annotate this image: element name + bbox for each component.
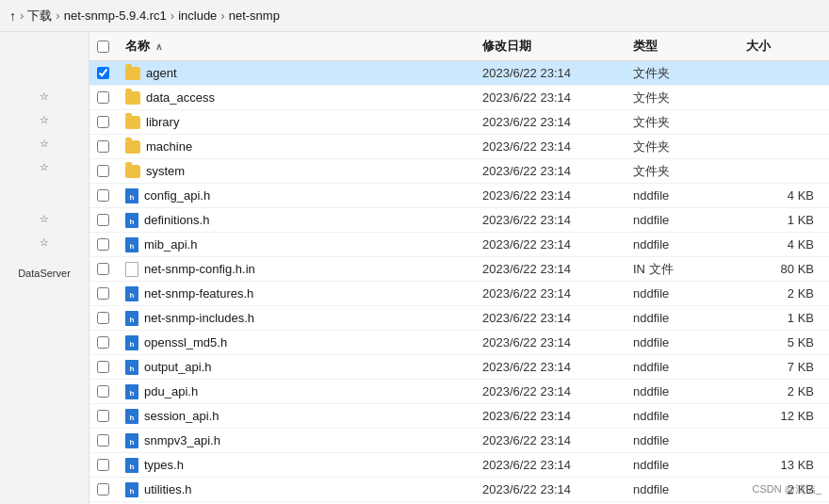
file-size: 2 KB <box>746 286 821 301</box>
pin-icon-1[interactable]: ☆ <box>36 89 53 105</box>
file-name-label: system <box>146 164 185 178</box>
file-name-col: data_access <box>125 90 482 105</box>
row-checkbox[interactable] <box>97 336 109 349</box>
row-checkbox[interactable] <box>97 189 109 202</box>
select-all-checkbox[interactable] <box>97 41 109 53</box>
file-name-col: definitions.h <box>125 213 482 228</box>
file-size: 13 KB <box>746 458 821 472</box>
file-name-label: net-snmp-includes.h <box>144 311 254 325</box>
file-icon-plain <box>125 262 138 277</box>
table-row[interactable]: net-snmp-features.h2023/6/22 23:14nddfil… <box>89 282 829 306</box>
breadcrumb-sep-2: › <box>171 8 174 23</box>
row-checkbox[interactable] <box>97 67 109 79</box>
file-name-label: types.h <box>144 458 184 472</box>
pin-icon-4[interactable]: ☆ <box>36 159 53 175</box>
table-row[interactable]: system2023/6/22 23:14文件夹 <box>89 159 829 184</box>
file-modified: 2023/6/22 23:14 <box>482 139 633 154</box>
row-checkbox[interactable] <box>97 434 109 447</box>
file-icon <box>125 335 138 350</box>
row-checkbox[interactable] <box>97 459 109 471</box>
file-type: 文件夹 <box>633 65 746 82</box>
file-name-col: library <box>125 115 482 129</box>
file-modified: 2023/6/22 23:14 <box>482 433 633 447</box>
file-modified: 2023/6/22 23:14 <box>482 409 633 423</box>
header-checkbox-col[interactable] <box>97 41 125 53</box>
table-row[interactable]: output_api.h2023/6/22 23:14nddfile7 KB <box>89 355 829 380</box>
file-name-col: config_api.h <box>125 188 482 203</box>
header-name[interactable]: 名称 ∧ <box>125 38 482 55</box>
row-checkbox[interactable] <box>97 140 109 153</box>
file-type: 文件夹 <box>633 163 746 180</box>
breadcrumb: ↑ › 下载 › net-snmp-5.9.4.rc1 › include › … <box>0 0 829 32</box>
file-name-label: definitions.h <box>144 213 209 227</box>
pin-icon-3[interactable]: ☆ <box>36 136 53 152</box>
file-modified: 2023/6/22 23:14 <box>482 311 633 325</box>
file-name-col: mib_api.h <box>125 237 482 252</box>
file-size: 80 KB <box>746 262 821 276</box>
breadcrumb-up[interactable]: ↑ <box>9 8 16 24</box>
table-row[interactable]: utilities.h2023/6/22 23:14nddfile2 KB <box>89 478 829 502</box>
row-checkbox[interactable] <box>97 116 109 128</box>
table-header: 名称 ∧ 修改日期 类型 大小 <box>89 32 829 61</box>
file-size: 4 KB <box>746 188 821 203</box>
row-checkbox[interactable] <box>97 385 109 398</box>
file-type: 文件夹 <box>633 114 746 131</box>
table-row[interactable]: machine2023/6/22 23:14文件夹 <box>89 135 829 159</box>
table-row[interactable]: net-snmp-config.h.in2023/6/22 23:14IN 文件… <box>89 257 829 282</box>
header-type[interactable]: 类型 <box>633 38 746 55</box>
file-size: 4 KB <box>746 237 821 252</box>
header-modified[interactable]: 修改日期 <box>482 38 633 55</box>
file-type: nddfile <box>633 360 746 374</box>
table-row[interactable]: pdu_api.h2023/6/22 23:14nddfile2 KB <box>89 380 829 404</box>
row-checkbox[interactable] <box>97 91 109 104</box>
file-type: nddfile <box>633 286 746 301</box>
file-modified: 2023/6/22 23:14 <box>482 90 633 105</box>
file-name-col: machine <box>125 139 482 154</box>
row-checkbox[interactable] <box>97 361 109 373</box>
file-type: nddfile <box>633 237 746 252</box>
file-icon <box>125 213 138 228</box>
file-name-label: utilities.h <box>144 482 192 496</box>
row-checkbox[interactable] <box>97 410 109 422</box>
pin-icon-5[interactable]: ☆ <box>36 211 53 227</box>
table-row[interactable]: library2023/6/22 23:14文件夹 <box>89 110 829 135</box>
file-name-label: net-snmp-config.h.in <box>144 262 255 276</box>
table-row[interactable]: types.h2023/6/22 23:14nddfile13 KB <box>89 453 829 478</box>
table-row[interactable]: session_api.h2023/6/22 23:14nddfile12 KB <box>89 404 829 429</box>
row-checkbox[interactable] <box>97 312 109 324</box>
table-row[interactable]: definitions.h2023/6/22 23:14nddfile1 KB <box>89 208 829 233</box>
table-row[interactable]: mib_api.h2023/6/22 23:14nddfile4 KB <box>89 233 829 257</box>
file-type: nddfile <box>633 409 746 423</box>
pin-icon-6[interactable]: ☆ <box>36 235 53 251</box>
file-icon <box>125 482 138 497</box>
table-row[interactable]: config_api.h2023/6/22 23:14nddfile4 KB <box>89 184 829 208</box>
breadcrumb-downloads[interactable]: 下载 <box>27 8 52 24</box>
table-row[interactable]: net-snmp-includes.h2023/6/22 23:14nddfil… <box>89 306 829 331</box>
breadcrumb-sep-1: › <box>56 8 59 23</box>
breadcrumb-sep-0: › <box>20 8 24 23</box>
breadcrumb-netsnmp[interactable]: net-snmp-5.9.4.rc1 <box>64 8 167 23</box>
file-modified: 2023/6/22 23:14 <box>482 66 633 80</box>
file-name-col: snmpv3_api.h <box>125 433 482 448</box>
row-checkbox[interactable] <box>97 483 109 496</box>
folder-icon <box>125 165 140 178</box>
table-row[interactable]: snmpv3_api.h2023/6/22 23:14nddfile <box>89 429 829 453</box>
file-type: nddfile <box>633 188 746 203</box>
row-checkbox[interactable] <box>97 263 109 275</box>
row-checkbox[interactable] <box>97 165 109 177</box>
breadcrumb-include[interactable]: include <box>178 8 217 23</box>
row-checkbox[interactable] <box>97 238 109 251</box>
table-row[interactable]: agent2023/6/22 23:14文件夹 <box>89 61 829 86</box>
row-checkbox[interactable] <box>97 214 109 226</box>
file-icon <box>125 409 138 424</box>
file-rows-container: agent2023/6/22 23:14文件夹data_access2023/6… <box>89 61 829 504</box>
file-name-col: types.h <box>125 458 482 473</box>
header-size[interactable]: 大小 <box>746 38 821 55</box>
row-checkbox[interactable] <box>97 287 109 300</box>
pin-icon-2[interactable]: ☆ <box>36 112 53 128</box>
file-type: nddfile <box>633 335 746 350</box>
file-type: nddfile <box>633 311 746 325</box>
table-row[interactable]: openssl_md5.h2023/6/22 23:14nddfile5 KB <box>89 331 829 355</box>
header-name-label: 名称 <box>125 38 150 55</box>
table-row[interactable]: data_access2023/6/22 23:14文件夹 <box>89 86 829 110</box>
